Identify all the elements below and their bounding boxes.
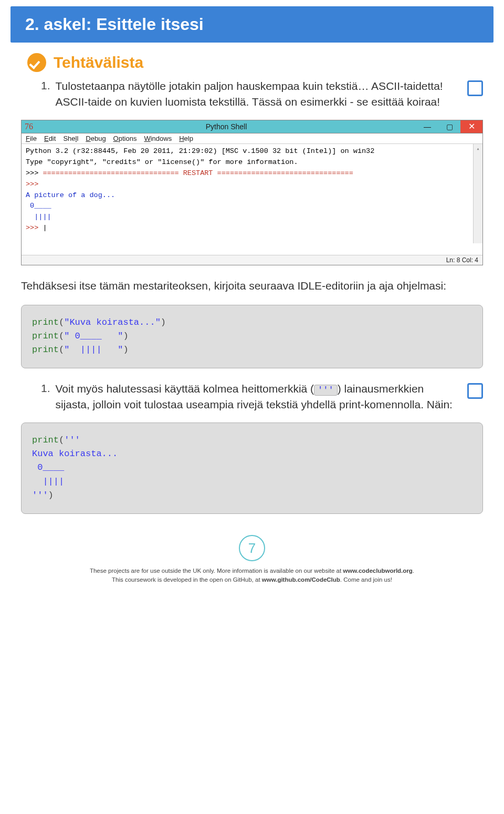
footer-text: These projects are for use outside the U… bbox=[90, 568, 343, 574]
task-2: 1. Voit myös halutessasi käyttää kolmea … bbox=[41, 381, 483, 413]
check-icon bbox=[27, 53, 46, 72]
close-button[interactable]: ✕ bbox=[460, 120, 482, 133]
shell-cursor: | bbox=[43, 224, 47, 232]
code-block-2: print(''' Kuva koirasta... 0____ |||| ''… bbox=[21, 423, 483, 514]
status-bar: Ln: 8 Col: 4 bbox=[22, 255, 482, 265]
page-number: 7 bbox=[239, 535, 265, 561]
footer-text: . Come and join us! bbox=[340, 576, 392, 583]
menu-shell[interactable]: Shell bbox=[63, 135, 78, 142]
task-checkbox[interactable] bbox=[467, 80, 483, 96]
menu-debug[interactable]: Debug bbox=[86, 135, 106, 142]
footer-text: This coursework is developed in the open… bbox=[112, 576, 262, 583]
code-str: 0____ bbox=[32, 462, 64, 472]
scrollbar[interactable] bbox=[473, 144, 482, 243]
shell-output[interactable]: Python 3.2 (r32:88445, Feb 20 2011, 21:2… bbox=[22, 144, 482, 255]
code-str: "Kuva koirasta..." bbox=[64, 317, 161, 327]
shell-restart: ================================ bbox=[43, 169, 178, 177]
menu-windows[interactable]: Windows bbox=[144, 135, 172, 142]
task-checkbox[interactable] bbox=[467, 383, 483, 399]
menu-edit[interactable]: Edit bbox=[44, 135, 56, 142]
window-title: Python Shell bbox=[36, 120, 416, 133]
menu-help[interactable]: Help bbox=[179, 135, 193, 142]
task-text: Voit myös halutessasi käyttää kolmea hei… bbox=[56, 381, 457, 413]
task-1: 1. Tulostetaanpa näytölle jotakin paljon… bbox=[41, 78, 483, 110]
menu-bar: File Edit Shell Debug Options Windows He… bbox=[22, 133, 482, 144]
footer-text: . bbox=[413, 568, 414, 574]
shell-output-line: A picture of a dog... bbox=[26, 191, 115, 199]
code-kw: print bbox=[32, 331, 59, 341]
window-controls: — ▢ ✕ bbox=[416, 120, 482, 133]
shell-line: Python 3.2 (r32:88445, Feb 20 2011, 21:2… bbox=[26, 147, 374, 155]
footer-line-2: This coursework is developed in the open… bbox=[0, 575, 504, 584]
menu-options[interactable]: Options bbox=[113, 135, 137, 142]
code-str: ''' bbox=[32, 490, 48, 500]
shell-line: Type "copyright", "credits" or "license(… bbox=[26, 158, 298, 166]
task-number: 1. bbox=[41, 382, 50, 395]
code-kw: print bbox=[32, 317, 59, 327]
shell-prompt: >>> bbox=[26, 180, 38, 188]
checklist-title: Tehtävälista bbox=[54, 54, 143, 71]
footer-link: www.codeclubworld.org bbox=[343, 568, 412, 574]
shell-restart: ================================ bbox=[217, 169, 353, 177]
footer-line-1: These projects are for use outside the U… bbox=[0, 566, 504, 575]
shell-prompt: >>> bbox=[26, 169, 43, 177]
page-footer: 7 These projects are for use outside the… bbox=[0, 535, 504, 585]
shell-prompt: >>> bbox=[26, 224, 43, 232]
menu-file[interactable]: File bbox=[26, 135, 37, 142]
window-titlebar: 76 Python Shell — ▢ ✕ bbox=[22, 120, 482, 133]
code-kw: print bbox=[32, 435, 59, 445]
maximize-button[interactable]: ▢ bbox=[438, 120, 460, 133]
code-str: " 0____ " bbox=[64, 331, 123, 341]
python-shell-window: 76 Python Shell — ▢ ✕ File Edit Shell De… bbox=[21, 120, 483, 265]
code-str: Kuva koirasta... bbox=[32, 449, 118, 459]
app-icon: 76 bbox=[22, 122, 36, 131]
code-str: ''' bbox=[64, 435, 80, 445]
shell-restart: RESTART bbox=[179, 169, 217, 177]
code-str: |||| bbox=[32, 477, 64, 487]
task-number: 1. bbox=[41, 79, 50, 92]
task-text: Tulostetaanpa näytölle jotakin paljon ha… bbox=[56, 78, 457, 110]
task-text-a: Voit myös halutessasi käyttää kolmea hei… bbox=[56, 383, 314, 395]
code-block-1: print("Kuva koirasta...") print(" 0____ … bbox=[21, 305, 483, 368]
code-kw: print bbox=[32, 345, 59, 355]
minimize-button[interactable]: — bbox=[416, 120, 438, 133]
code-str: " |||| " bbox=[64, 345, 123, 355]
shell-output-line: |||| bbox=[26, 213, 51, 221]
shell-output-line: 0____ bbox=[26, 202, 51, 210]
inline-code: ''' bbox=[314, 385, 338, 396]
paragraph: Tehdäksesi itse tämän mestariteoksen, ki… bbox=[21, 278, 483, 294]
footer-link: www.github.com/CodeClub bbox=[262, 576, 340, 583]
checklist-header: Tehtävälista bbox=[27, 53, 494, 72]
step-title: 2. askel: Esittele itsesi bbox=[10, 6, 494, 43]
